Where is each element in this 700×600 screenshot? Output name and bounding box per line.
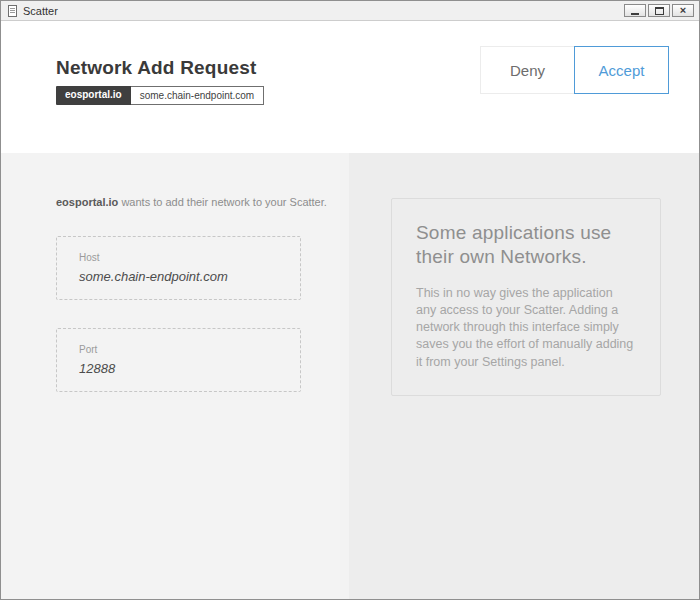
app-icon <box>8 5 17 17</box>
window-title: Scatter <box>23 5 58 17</box>
host-field: Host some.chain-endpoint.com <box>56 236 301 300</box>
origin-row: eosportal.io some.chain-endpoint.com <box>56 86 264 105</box>
maximize-icon <box>655 7 664 15</box>
port-field-value: 12888 <box>79 361 290 376</box>
minimize-icon <box>631 13 639 15</box>
app-origin-badge: eosportal.io <box>56 86 131 105</box>
host-field-label: Host <box>79 252 290 263</box>
intro-text: eosportal.io wants to add their network … <box>56 196 349 208</box>
request-body: eosportal.io wants to add their network … <box>1 153 699 600</box>
minimize-button[interactable] <box>624 4 646 17</box>
accept-button[interactable]: Accept <box>574 46 669 94</box>
deny-button[interactable]: Deny <box>480 46 575 94</box>
intro-app-name: eosportal.io <box>56 196 118 208</box>
port-field-label: Port <box>79 344 290 355</box>
close-icon: × <box>680 5 686 16</box>
action-buttons: Deny Accept <box>480 46 669 94</box>
host-field-value: some.chain-endpoint.com <box>79 269 290 284</box>
info-panel: Some applications use their own Networks… <box>349 153 699 600</box>
port-field: Port 12888 <box>56 328 301 392</box>
network-details-panel: eosportal.io wants to add their network … <box>1 153 349 600</box>
maximize-button[interactable] <box>648 4 670 17</box>
info-title: Some applications use their own Networks… <box>416 221 636 269</box>
close-button[interactable]: × <box>672 4 694 17</box>
intro-rest: wants to add their network to your Scatt… <box>118 196 327 208</box>
window-controls: × <box>624 4 695 17</box>
endpoint-label: some.chain-endpoint.com <box>131 86 265 105</box>
info-body: This in no way gives the application any… <box>416 285 636 371</box>
info-box: Some applications use their own Networks… <box>391 198 661 396</box>
request-header: Deny Accept Network Add Request eosporta… <box>1 21 699 153</box>
titlebar[interactable]: Scatter × <box>1 1 699 21</box>
scatter-window: Scatter × Deny Accept Network Add Reques… <box>0 0 700 600</box>
